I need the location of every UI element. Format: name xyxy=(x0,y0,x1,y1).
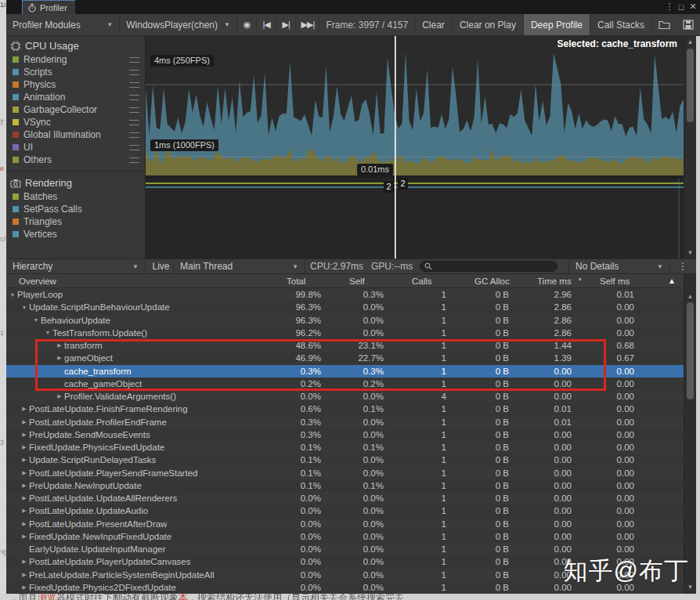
target-dropdown[interactable]: WindowsPlayer(chen) ▼ xyxy=(120,14,237,35)
table-scrollbar[interactable]: ▲ ▼ xyxy=(684,274,696,594)
legend-item-triangles[interactable]: Triangles xyxy=(6,215,145,228)
table-row[interactable]: ▶gameObject46.9%22.7%10 B1.390.67 xyxy=(6,352,684,364)
current-frame-button[interactable]: ▶▶| xyxy=(296,14,319,35)
column-header-self[interactable]: Self xyxy=(345,277,407,286)
window-menu-icon[interactable]: ⋮ xyxy=(664,1,675,13)
drag-handle-icon[interactable] xyxy=(129,120,139,125)
legend-item-batches[interactable]: Batches xyxy=(6,190,145,203)
table-row[interactable]: ▶Update.ScriptRunDelayedTasks0.1%0.0%10 … xyxy=(6,454,684,466)
scroll-down-icon[interactable]: ▼ xyxy=(684,249,696,256)
legend-item-vertices[interactable]: Vertices xyxy=(6,228,145,240)
drag-handle-icon[interactable] xyxy=(129,107,139,113)
scroll-up-icon[interactable]: ▲ xyxy=(684,38,696,45)
disclosure-triangle-icon[interactable]: ▶ xyxy=(20,572,29,578)
profiler-charts[interactable]: 4ms (250FPS) 1ms (1000FPS) 0.01ms Select… xyxy=(146,36,684,258)
disclosure-triangle-icon[interactable]: ▼ xyxy=(43,330,52,335)
cpu-usage-module-header[interactable]: CPU Usage xyxy=(6,38,145,53)
disclosure-triangle-icon[interactable]: ▼ xyxy=(20,305,29,310)
table-row[interactable]: ▶PostLateUpdate.PresentAfterDraw0.0%0.0%… xyxy=(6,518,684,530)
column-header-total[interactable]: Total xyxy=(282,277,345,286)
column-header-self-ms[interactable]: Self ms xyxy=(595,277,658,286)
disclosure-triangle-icon[interactable]: ▶ xyxy=(20,457,29,463)
load-profile-button[interactable] xyxy=(652,14,677,35)
table-row[interactable]: ▶PostLateUpdate.ProfilerEndFrame0.3%0.0%… xyxy=(6,416,684,428)
column-header-calls[interactable]: Calls xyxy=(407,277,470,286)
disclosure-triangle-icon[interactable]: ▶ xyxy=(20,558,29,565)
drag-handle-icon[interactable] xyxy=(129,70,139,75)
sort-ascending-icon[interactable]: ▲ xyxy=(666,276,677,287)
table-row[interactable]: EarlyUpdate.UpdateInputManager0.0%0.0%10… xyxy=(6,543,684,555)
legend-item-ui[interactable]: UI xyxy=(6,141,145,154)
disclosure-triangle-icon[interactable]: ▼ xyxy=(31,317,41,323)
legend-item-animation[interactable]: Animation xyxy=(6,91,145,103)
table-row[interactable]: ▶PostLateUpdate.FinishFrameRendering0.6%… xyxy=(6,403,684,415)
profiler-modules-dropdown[interactable]: Profiler Modules ▼ xyxy=(6,14,120,35)
cpu-usage-chart[interactable] xyxy=(146,36,684,258)
disclosure-triangle-icon[interactable]: ▶ xyxy=(20,483,29,489)
deep-profile-toggle[interactable]: Deep Profile xyxy=(524,14,590,35)
table-row[interactable]: ▶FixedUpdate.NewInputFixedUpdate0.0%0.0%… xyxy=(6,530,684,543)
drag-handle-icon[interactable] xyxy=(129,157,139,163)
table-row[interactable]: ▶transform48.6%23.1%10 B1.440.68 xyxy=(6,339,684,352)
clear-button[interactable]: Clear xyxy=(415,14,453,35)
disclosure-triangle-icon[interactable]: ▶ xyxy=(20,495,29,501)
save-profile-button[interactable] xyxy=(677,14,700,35)
drag-handle-icon[interactable] xyxy=(129,95,139,100)
legend-item-rendering[interactable]: Rendering xyxy=(6,53,145,66)
maximize-icon[interactable]: □ xyxy=(676,1,687,13)
table-row[interactable]: cache_transform0.3%0.3%10 B0.000.00 xyxy=(6,365,684,378)
scrollbar-thumb[interactable] xyxy=(687,49,694,122)
column-header-time-ms[interactable]: Time ms▼ xyxy=(532,277,595,286)
disclosure-triangle-icon[interactable]: ▶ xyxy=(20,419,29,425)
details-dropdown[interactable]: No Details ▼ xyxy=(568,259,670,273)
table-row[interactable]: ▶PreUpdate.NewInputUpdate0.1%0.1%10 B0.0… xyxy=(6,479,684,492)
record-button[interactable]: ◉ xyxy=(237,14,257,35)
legend-item-scripts[interactable]: Scripts xyxy=(6,66,145,78)
legend-item-vsync[interactable]: VSync xyxy=(6,116,145,128)
clear-on-play-button[interactable]: Clear on Play xyxy=(453,14,524,35)
disclosure-triangle-icon[interactable]: ▶ xyxy=(20,406,29,412)
disclosure-triangle-icon[interactable]: ▶ xyxy=(20,432,29,438)
scrollbar-thumb[interactable] xyxy=(687,302,694,399)
disclosure-triangle-icon[interactable]: ▶ xyxy=(20,521,29,527)
legend-item-setpass-calls[interactable]: SetPass Calls xyxy=(6,203,145,215)
table-row[interactable]: ▶PostLateUpdate.UpdateAllRenderers0.0%0.… xyxy=(6,492,684,504)
table-row[interactable]: ▶PreUpdate.SendMouseEvents0.3%0.0%10 B0.… xyxy=(6,428,684,441)
disclosure-triangle-icon[interactable]: ▶ xyxy=(20,470,29,476)
disclosure-triangle-icon[interactable]: ▼ xyxy=(8,292,17,298)
thread-dropdown[interactable]: Main Thread ▼ xyxy=(174,259,305,273)
drag-handle-icon[interactable] xyxy=(129,132,139,138)
table-row[interactable]: ▼BehaviourUpdate96.3%0.0%10 B2.860.00 xyxy=(6,314,684,327)
drag-handle-icon[interactable] xyxy=(129,145,139,150)
next-frame-button[interactable]: ▶| xyxy=(276,14,296,35)
table-row[interactable]: ▶PostLateUpdate.UpdateAudio0.0%0.0%10 B0… xyxy=(6,504,684,517)
disclosure-triangle-icon[interactable]: ▶ xyxy=(20,533,29,540)
disclosure-triangle-icon[interactable]: ▶ xyxy=(20,508,29,514)
table-row[interactable]: ▶Profiler.ValidateArguments()0.0%0.0%40 … xyxy=(6,390,684,403)
tab-profiler[interactable]: Profiler xyxy=(22,0,75,14)
table-row[interactable]: ▼PlayerLoop99.8%0.3%10 B2.960.01 xyxy=(6,288,684,301)
table-row[interactable]: cache_gameObject0.2%0.2%10 B0.000.00 xyxy=(6,378,684,390)
legend-item-garbagecollector[interactable]: GarbageCollector xyxy=(6,103,145,116)
scroll-up-icon[interactable]: ▲ xyxy=(684,293,696,300)
disclosure-triangle-icon[interactable]: ▶ xyxy=(20,584,29,591)
table-row[interactable]: ▶FixedUpdate.PhysicsFixedUpdate0.1%0.1%1… xyxy=(6,441,684,454)
table-row[interactable]: ▼Update.ScriptRunBehaviourUpdate96.3%0.0… xyxy=(6,301,684,313)
disclosure-triangle-icon[interactable]: ▶ xyxy=(20,444,29,450)
drag-handle-icon[interactable] xyxy=(129,82,139,88)
view-mode-dropdown[interactable]: Hierarchy ▼ xyxy=(6,259,146,273)
column-header-gc-alloc[interactable]: GC Alloc xyxy=(470,277,532,286)
call-stacks-button[interactable]: Call Stacks xyxy=(590,14,652,35)
disclosure-triangle-icon[interactable]: ▶ xyxy=(55,393,64,399)
legend-item-physics[interactable]: Physics xyxy=(6,78,145,91)
close-icon[interactable]: ✕ xyxy=(687,1,698,13)
drag-handle-icon[interactable] xyxy=(129,57,139,63)
table-row[interactable]: ▶PostLateUpdate.PlayerSendFrameStarted0.… xyxy=(6,467,684,479)
prev-frame-button[interactable]: |◀ xyxy=(257,14,276,35)
column-header-overview[interactable]: Overview xyxy=(6,277,282,286)
context-menu-button[interactable]: ⋮ xyxy=(677,259,689,273)
legend-item-global-illumination[interactable]: Global Illumination xyxy=(6,128,145,141)
legend-item-others[interactable]: Others xyxy=(6,154,145,166)
disclosure-triangle-icon[interactable]: ▶ xyxy=(55,342,64,349)
rendering-module-header[interactable]: Rendering xyxy=(6,175,145,190)
